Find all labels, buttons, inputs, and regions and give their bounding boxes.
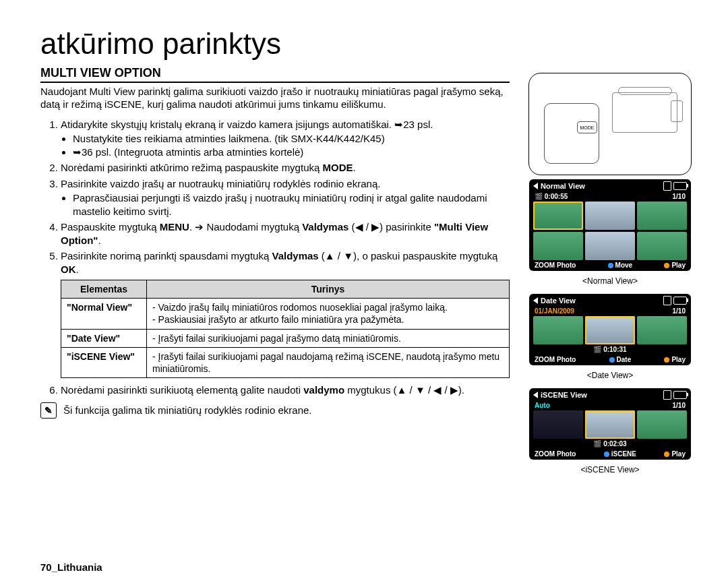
dpad-icon — [604, 452, 609, 457]
lcd-title-text: Date View — [541, 297, 576, 305]
step-text: Pasirinkite vaizdo įrašų ar nuotraukų mi… — [61, 178, 380, 189]
thumbnail — [585, 202, 635, 230]
footer-photo: Photo — [557, 261, 576, 269]
footer-move: Move — [615, 261, 633, 269]
step-text-a: Paspauskite mygtuką — [61, 221, 160, 233]
lcd-iscene-mode: Auto — [535, 402, 550, 409]
battery-icon — [673, 297, 687, 305]
row-key: "Normal View" — [61, 299, 147, 329]
ok-icon — [664, 357, 669, 363]
mode-button: MODE — [577, 121, 597, 133]
lcd-date-view: Date View 01/JAN/2009 1/10 🎬 0:10:31 ZOO… — [529, 294, 691, 365]
text-column: MULTI VIEW OPTION Naudojant Multi View p… — [40, 66, 510, 479]
camcorder-illustration: MODE — [528, 73, 692, 175]
lcd-iscene-view: iSCENE View Auto 1/10 🎬 0:02:03 ZOOM Pho… — [529, 388, 691, 460]
dpad-icon — [608, 263, 613, 268]
step-6: Norėdami pasirinkti surikiuotą elementą … — [61, 383, 510, 397]
step-3: Pasirinkite vaizdo įrašų ar nuotraukų mi… — [61, 177, 510, 218]
card-icon — [663, 181, 671, 191]
thumb-grid — [529, 202, 691, 260]
page-ref-arrow-icon: ➥ — [73, 146, 82, 159]
lcd-caption: <Date View> — [587, 371, 634, 380]
back-icon — [533, 392, 538, 398]
footer-play: Play — [671, 450, 686, 458]
thumb-grid — [529, 316, 691, 344]
manual-page: atkūrimo parinktys MULTI VIEW OPTION Nau… — [0, 0, 728, 585]
two-column-layout: MULTI VIEW OPTION Naudojant Multi View p… — [40, 66, 694, 479]
ok-icon — [664, 452, 669, 457]
lcd-time-top: 0:00:55 — [545, 193, 568, 200]
battery-icon — [673, 182, 687, 190]
illustration-column: MODE Normal View 🎬 0:00:55 1/10 — [526, 66, 694, 479]
th-element: Elementas — [61, 280, 147, 299]
step-text-a: Norėdami pasirinkti surikiuotą elementą … — [61, 384, 303, 396]
lcd-header: Normal View — [529, 179, 691, 193]
back-icon — [533, 183, 538, 189]
thumbnail — [637, 202, 687, 230]
lcd-subhead: 🎬 0:00:55 1/10 — [529, 193, 691, 202]
thumbnail — [637, 232, 687, 260]
row-desc: - Įrašyti failai surikiuojami pagal įraš… — [147, 329, 510, 347]
footer-photo: Photo — [557, 450, 576, 458]
camcorder-lcd: MODE — [544, 103, 599, 164]
row-line: Paskiausiai įrašyto ar atkurto failo min… — [158, 314, 404, 325]
menu-bold: MENU — [160, 221, 189, 233]
thumbnail — [637, 410, 687, 439]
camcorder-lens — [671, 100, 683, 122]
step-text: Norėdami pasirinkti atkūrimo režimą pasp… — [61, 162, 322, 173]
step-1: Atidarykite skystųjų kristalų ekraną ir … — [61, 118, 510, 159]
valdymas-bold: Valdymas — [272, 250, 318, 261]
step-text-end: . — [353, 162, 355, 173]
mode-bold: MODE — [322, 162, 353, 173]
step-5: Pasirinkite norimą parinktį spausdami my… — [61, 249, 510, 378]
zoom-label: ZOOM — [535, 261, 555, 269]
lcd-title-text: iSCENE View — [541, 391, 587, 399]
step-text-b: . ➔ Naudodami mygtuką — [189, 221, 302, 233]
card-icon — [663, 390, 671, 400]
table-row: "Date View" - Įrašyti failai surikiuojam… — [61, 329, 510, 347]
zoom-label: ZOOM — [535, 450, 555, 458]
row-line: Įrašyti failai surikiuojami pagal naudoj… — [152, 351, 499, 374]
thumbnail — [533, 410, 583, 439]
options-table: Elementas Turinys "Normal View" - Vaizdo… — [61, 280, 510, 378]
row-key: "iSCENE View" — [61, 347, 147, 377]
note-text: Ši funkcija galima tik miniatiūrų rodykl… — [63, 404, 312, 416]
lcd-caption: <iSCENE View> — [580, 465, 639, 474]
row-desc: - Įrašyti failai surikiuojami pagal naud… — [147, 347, 510, 377]
note-glyph: ✎ — [44, 405, 53, 416]
footer-play: Play — [671, 261, 686, 269]
back-icon — [533, 297, 538, 304]
step-1-bullet-b-text: 36 psl. (Integruota atmintis arba atmint… — [82, 146, 303, 158]
instruction-list: Atidarykite skystųjų kristalų ekraną ir … — [40, 118, 510, 397]
lcd-date: 01/JAN/2009 — [535, 307, 574, 315]
step-1-bullet-b: ➥36 psl. (Integruota atmintis arba atmin… — [73, 146, 510, 159]
intro-paragraph: Naudojant Multi View parinktį galima sur… — [40, 86, 510, 111]
ok-icon — [664, 263, 669, 268]
lcd-time-val: 0:10:31 — [603, 346, 626, 353]
lcd-header: iSCENE View — [529, 388, 691, 402]
section-heading: MULTI VIEW OPTION — [40, 66, 510, 83]
thumbnail — [533, 232, 583, 260]
battery-icon — [673, 391, 687, 399]
row-desc: - Vaizdo įrašų failų miniatiūros rodomos… — [147, 299, 510, 329]
th-content: Turinys — [147, 280, 510, 299]
lcd-count: 1/10 — [673, 193, 686, 200]
footer-photo: Photo — [557, 356, 576, 363]
valdymo-bold: valdymo — [303, 384, 344, 396]
step-2: Norėdami pasirinkti atkūrimo režimą pasp… — [61, 161, 510, 175]
step-text-c: . — [76, 264, 79, 275]
camcorder-body — [612, 92, 677, 133]
lcd-footer: ZOOM Photo Move Play — [529, 260, 691, 269]
lcd-normal-view: Normal View 🎬 0:00:55 1/10 ZOOM Photo — [529, 179, 691, 271]
page-ref: 23 psl. — [403, 119, 433, 130]
zoom-label: ZOOM — [535, 356, 555, 363]
step-text-a: Pasirinkite norimą parinktį spausdami my… — [61, 250, 272, 261]
dpad-icon — [609, 357, 615, 363]
row-line: Vaizdo įrašų failų miniatiūros rodomos n… — [158, 302, 448, 313]
lcd-time: 🎬 0:10:31 — [529, 344, 691, 355]
lcd-footer: ZOOM Photo Date Play — [529, 355, 691, 363]
step-1-bullet-a: Nustatykite ties reikiama atminties laik… — [73, 132, 510, 146]
thumbnail — [585, 232, 635, 260]
step-4: Paspauskite mygtuką MENU. ➔ Naudodami my… — [61, 220, 510, 247]
lcd-time-val: 0:02:03 — [603, 440, 626, 448]
